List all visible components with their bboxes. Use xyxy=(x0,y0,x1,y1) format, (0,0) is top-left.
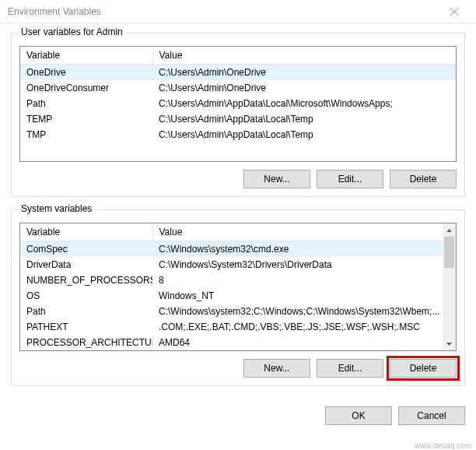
table-row[interactable]: TEMPC:\Users\Admin\AppData\Local\Temp xyxy=(20,111,456,127)
cell-value: C:\Users\Admin\AppData\Local\Microsoft\W… xyxy=(152,96,456,111)
chevron-down-icon xyxy=(446,343,452,346)
cell-variable: Path xyxy=(20,96,152,111)
table-row[interactable]: OneDriveConsumerC:\Users\Admin\OneDrive xyxy=(20,80,456,96)
cell-variable: PROCESSOR_ARCHITECTURE xyxy=(20,335,152,350)
table-row[interactable]: PathC:\Users\Admin\AppData\Local\Microso… xyxy=(20,96,456,111)
cell-variable: NUMBER_OF_PROCESSORS xyxy=(20,272,152,288)
cell-value: .COM;.EXE;.BAT;.CMD;.VBS;.VBE;.JS;.JSE;.… xyxy=(152,319,443,335)
cell-value: C:\Windows\System32\Drivers\DriverData xyxy=(152,257,443,272)
table-row[interactable]: NUMBER_OF_PROCESSORS8 xyxy=(20,272,443,288)
cell-variable: TMP xyxy=(20,127,152,142)
scroll-thumb[interactable] xyxy=(444,237,454,268)
cell-variable: OneDriveConsumer xyxy=(20,80,152,96)
cell-value: C:\Users\Admin\OneDrive xyxy=(152,65,456,81)
window-title: Environment Variables xyxy=(8,6,101,17)
cell-value: C:\Windows\system32;C:\Windows;C:\Window… xyxy=(152,304,443,319)
cell-value: C:\Windows\system32\cmd.exe xyxy=(152,241,443,258)
cell-value: C:\Users\Admin\AppData\Local\Temp xyxy=(152,111,456,127)
close-button[interactable] xyxy=(439,0,470,23)
user-delete-button[interactable]: Delete xyxy=(390,170,457,188)
cell-variable: OS xyxy=(20,288,152,304)
user-group-legend: User variables for Admin xyxy=(18,26,126,37)
cell-variable: TEMP xyxy=(20,111,152,127)
col-header-variable[interactable]: Variable xyxy=(20,47,152,65)
table-row[interactable]: DriverDataC:\Windows\System32\Drivers\Dr… xyxy=(20,257,443,272)
cell-value: C:\Users\Admin\AppData\Local\Temp xyxy=(152,127,456,142)
cell-variable: Path xyxy=(20,304,152,319)
cell-variable: PATHEXT xyxy=(20,319,152,335)
cell-value: 8 xyxy=(152,272,443,288)
ok-button[interactable]: OK xyxy=(325,406,392,425)
table-header-row: Variable Value xyxy=(20,223,443,241)
cell-variable: DriverData xyxy=(20,257,152,272)
user-variables-table-wrap: Variable Value OneDriveC:\Users\Admin\On… xyxy=(19,46,457,162)
table-row[interactable]: ComSpecC:\Windows\system32\cmd.exe xyxy=(20,241,443,258)
system-variables-group: System variables Variable Value ComSpecC… xyxy=(11,209,465,386)
scroll-up-button[interactable] xyxy=(443,223,456,237)
cell-value: C:\Users\Admin\OneDrive xyxy=(152,80,456,96)
cell-value: Windows_NT xyxy=(152,288,443,304)
system-group-legend: System variables xyxy=(18,203,95,214)
user-buttons-row: New... Edit... Delete xyxy=(19,170,457,188)
chevron-up-icon xyxy=(446,229,452,232)
dialog-content: User variables for Admin Variable Value … xyxy=(0,23,476,406)
cell-variable: OneDrive xyxy=(20,65,152,81)
cell-variable: ComSpec xyxy=(20,241,152,258)
system-new-button[interactable]: New... xyxy=(243,359,310,378)
table-row[interactable]: TMPC:\Users\Admin\AppData\Local\Temp xyxy=(20,127,456,142)
system-variables-table[interactable]: Variable Value ComSpecC:\Windows\system3… xyxy=(20,223,443,350)
col-header-value[interactable]: Value xyxy=(152,223,443,241)
dialog-buttons-row: OK Cancel xyxy=(0,406,476,434)
svg-marker-3 xyxy=(446,343,452,346)
user-edit-button[interactable]: Edit... xyxy=(317,170,383,188)
svg-marker-2 xyxy=(446,229,452,232)
titlebar: Environment Variables xyxy=(0,0,476,23)
user-variables-group: User variables for Admin Variable Value … xyxy=(11,33,465,197)
system-edit-button[interactable]: Edit... xyxy=(317,359,383,378)
table-row[interactable]: OSWindows_NT xyxy=(20,288,443,304)
cell-value: AMD64 xyxy=(152,335,443,350)
cancel-button[interactable]: Cancel xyxy=(398,406,465,425)
user-new-button[interactable]: New... xyxy=(243,170,310,188)
watermark: www.deuaq.com xyxy=(415,441,471,450)
system-scrollbar[interactable] xyxy=(443,223,456,350)
close-icon xyxy=(450,8,458,16)
scroll-track[interactable] xyxy=(443,237,456,337)
table-row[interactable]: PROCESSOR_ARCHITECTUREAMD64 xyxy=(20,335,443,350)
col-header-variable[interactable]: Variable xyxy=(20,223,152,241)
user-variables-table[interactable]: Variable Value OneDriveC:\Users\Admin\On… xyxy=(20,47,456,142)
table-row[interactable]: PATHEXT.COM;.EXE;.BAT;.CMD;.VBS;.VBE;.JS… xyxy=(20,319,443,335)
system-delete-button[interactable]: Delete xyxy=(390,359,457,378)
table-row[interactable]: OneDriveC:\Users\Admin\OneDrive xyxy=(20,65,456,81)
scroll-down-button[interactable] xyxy=(443,337,456,350)
system-variables-table-wrap: Variable Value ComSpecC:\Windows\system3… xyxy=(19,223,457,351)
table-header-row: Variable Value xyxy=(20,47,456,65)
system-buttons-row: New... Edit... Delete xyxy=(19,359,457,378)
col-header-value[interactable]: Value xyxy=(152,47,456,65)
table-row[interactable]: PathC:\Windows\system32;C:\Windows;C:\Wi… xyxy=(20,304,443,319)
